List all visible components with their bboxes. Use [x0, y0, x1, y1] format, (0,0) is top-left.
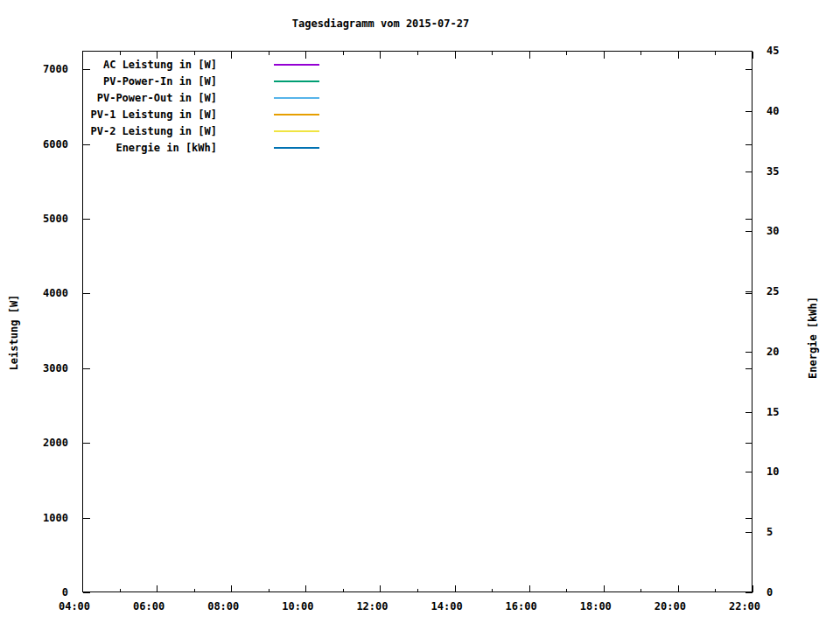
x-tick-mirror: [194, 52, 195, 55]
y2-tick: [746, 291, 752, 292]
x-tick-label: 06:00: [131, 601, 166, 612]
x-tick-mirror: [157, 52, 158, 59]
x-tick-label: 08:00: [206, 601, 241, 612]
y1-tick-mirror: [746, 293, 752, 294]
y1-tick-mirror: [746, 144, 752, 145]
x-tick-mirror: [120, 52, 121, 55]
x-tick: [82, 585, 83, 592]
x-tick-label: 10:00: [280, 601, 315, 612]
x-tick: [231, 585, 232, 592]
x-tick-mirror: [380, 52, 381, 59]
legend-entry-line: [274, 147, 319, 149]
x-tick: [715, 589, 716, 592]
x-tick-mirror: [678, 52, 679, 59]
x-tick: [492, 589, 493, 592]
y1-tick-mirror: [746, 368, 752, 369]
legend-entry-line: [274, 80, 319, 82]
y2-tick: [746, 472, 752, 472]
y1-tick-label: 0: [16, 587, 68, 598]
y2-tick-label: 25: [766, 286, 802, 298]
y2-tick-label: 40: [766, 106, 802, 117]
x-tick: [455, 585, 456, 592]
y1-axis-title: Leistung [W]: [9, 295, 19, 371]
y1-tick: [83, 293, 90, 294]
y1-tick-label: 4000: [16, 288, 68, 299]
y1-tick: [83, 219, 90, 220]
y2-tick-label: 45: [766, 46, 802, 57]
x-tick-mirror: [529, 52, 530, 59]
x-tick: [529, 585, 530, 592]
x-tick-mirror: [269, 52, 270, 55]
y1-tick-mirror: [746, 443, 752, 444]
y2-tick: [746, 592, 752, 593]
x-tick: [269, 589, 270, 592]
x-tick: [678, 585, 679, 592]
y2-tick: [746, 51, 752, 52]
y1-tick: [83, 518, 90, 519]
chart-canvas: Tagesdiagramm vom 2015-07-27 Leistung [W…: [0, 0, 840, 630]
legend-entry-label: PV-Power-Out in [W]: [24, 93, 217, 104]
y1-tick-label: 5000: [16, 214, 68, 225]
x-tick-mirror: [715, 52, 716, 55]
chart-title: Tagesdiagramm vom 2015-07-27: [292, 18, 469, 30]
x-tick-mirror: [566, 52, 567, 55]
legend-entry-label: PV-1 Leistung in [W]: [24, 109, 217, 121]
x-tick: [343, 589, 344, 592]
x-tick: [380, 585, 381, 592]
y2-tick: [746, 352, 752, 353]
y2-tick: [746, 111, 752, 112]
legend-entry-label: PV-2 Leistung in [W]: [24, 126, 217, 137]
x-tick-mirror: [231, 52, 232, 59]
y2-tick: [746, 412, 752, 413]
y2-axis-title: Energie [kWh]: [808, 297, 818, 379]
x-tick-mirror: [305, 52, 306, 59]
y2-tick-label: 15: [766, 407, 802, 418]
legend-entry-label: Energie in [kWh]: [24, 143, 217, 154]
y2-tick-label: 30: [766, 226, 802, 237]
y2-tick-label: 20: [766, 346, 802, 358]
y2-tick: [746, 172, 752, 172]
legend-entry-label: PV-Power-In in [W]: [24, 76, 217, 88]
x-tick-label: 18:00: [578, 601, 613, 612]
y1-tick-label: 2000: [16, 438, 68, 449]
y1-tick-label: 1000: [16, 513, 68, 524]
legend-entry-line: [274, 64, 319, 66]
y2-tick: [746, 231, 752, 232]
x-tick-mirror: [492, 52, 493, 55]
y2-tick-label: 35: [766, 166, 802, 178]
legend-entry-line: [274, 97, 319, 99]
x-tick: [305, 585, 306, 592]
x-tick-label: 14:00: [430, 601, 465, 612]
x-tick-mirror: [604, 52, 605, 59]
x-tick-label: 12:00: [354, 601, 389, 612]
y1-tick: [83, 443, 90, 444]
y1-tick-mirror: [746, 518, 752, 519]
y2-tick-label: 5: [766, 527, 802, 538]
x-tick: [566, 589, 567, 592]
x-tick: [752, 585, 753, 592]
y2-tick-label: 10: [766, 466, 802, 478]
x-tick: [604, 585, 605, 592]
x-tick-label: 22:00: [727, 601, 762, 612]
y1-tick: [83, 592, 90, 593]
x-tick-mirror: [640, 52, 641, 55]
x-tick-mirror: [752, 52, 753, 59]
x-tick-mirror: [82, 52, 83, 59]
x-tick: [120, 589, 121, 592]
y2-tick: [746, 532, 752, 533]
legend-entry-line: [274, 130, 319, 132]
legend-entry-line: [274, 114, 319, 116]
x-tick-mirror: [343, 52, 344, 55]
y1-tick-mirror: [746, 219, 752, 220]
x-tick-mirror: [455, 52, 456, 59]
x-tick-label: 04:00: [57, 601, 92, 612]
x-tick: [194, 589, 195, 592]
y1-tick-label: 3000: [16, 363, 68, 374]
x-tick-label: 16:00: [504, 601, 539, 612]
x-tick-mirror: [417, 52, 418, 55]
legend-entry-label: AC Leistung in [W]: [24, 60, 217, 71]
y1-tick: [83, 368, 90, 369]
y1-tick-mirror: [746, 69, 752, 70]
x-tick-label: 20:00: [653, 601, 688, 612]
x-tick: [640, 589, 641, 592]
